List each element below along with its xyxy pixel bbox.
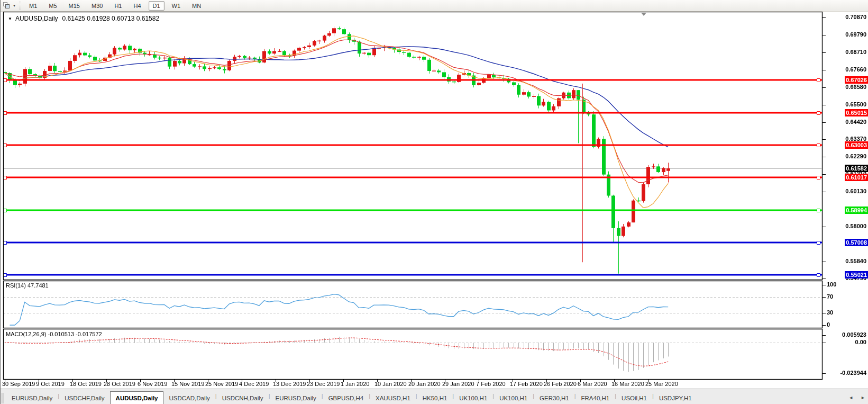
timeframe-button-h1[interactable]: H1 (110, 1, 126, 11)
chart-tab-usdcad-daily[interactable]: USDCAD,Daily (163, 392, 215, 404)
chart-tab-usdchf-daily[interactable]: USDCHF,Daily (59, 392, 109, 404)
chart-tab-eurusd-daily[interactable]: EURUSD,Daily (6, 392, 58, 404)
date-label: 25 Mar 2020 (645, 381, 678, 387)
chart-tab-gbpusd-h4[interactable]: GBPUSD,H4 (323, 392, 369, 404)
chart-tab-uk100-h1[interactable]: UK100,H1 (494, 392, 533, 404)
chart-stage: ▼AUDUSD,Daily0.61425 0.61928 0.60713 0.6… (1, 12, 868, 389)
macd-indicator-label: MACD(12,26,9) -0.010513 -0.017572 (6, 331, 102, 337)
chart-tab-uk100-h1[interactable]: UK100,H1 (454, 392, 492, 404)
timeframe-button-mn[interactable]: MN (188, 1, 205, 11)
date-label: 4 Dec 2019 (239, 381, 269, 387)
timeframe-buttons: M1M5M15M30H1H4D1W1MN (25, 1, 205, 11)
date-label: 30 Sep 2019 (2, 381, 35, 387)
rsi-value: 47.7481 (28, 282, 49, 289)
date-label: 15 Nov 2019 (171, 381, 204, 387)
timeframe-button-m5[interactable]: M5 (44, 1, 61, 11)
date-label: 6 Mar 2020 (578, 381, 607, 387)
date-label: 25 Nov 2019 (205, 381, 238, 387)
chart-tools-icon[interactable] (3, 2, 12, 10)
hline-price-label: 0.61017 (845, 174, 868, 181)
date-label: 1 Jan 2020 (341, 381, 369, 387)
chart-tabs: EURUSD,Daily|USDCHF,DailyAUDUSD,DailyUSD… (6, 389, 697, 404)
chart-tab-usdcnh-daily[interactable]: USDCNH,Daily (217, 392, 269, 404)
date-label: 16 Mar 2020 (611, 381, 644, 387)
macd-scale-label: 0.005923 (825, 331, 866, 338)
hline-price-label: 0.65015 (845, 109, 868, 116)
timeframe-button-m30[interactable]: M30 (87, 1, 107, 11)
date-label: 20 Jan 2020 (408, 381, 441, 387)
current-price-label: 0.61582 (845, 165, 868, 172)
chart-tab-usdjpy-h1[interactable]: USDJPY,H1 (654, 392, 697, 404)
timeframe-toolbar: ▾ M1M5M15M30H1H4D1W1MN (1, 0, 868, 12)
tab-scroll-right-icon[interactable]: ► (861, 395, 865, 400)
chart-tab-ger30-h1[interactable]: GER30,H1 (534, 392, 574, 404)
chart-symbol: AUDUSD,Daily (15, 15, 58, 22)
date-label: 17 Feb 2020 (510, 381, 543, 387)
timeframe-button-w1[interactable]: W1 (168, 1, 185, 11)
tabbar-grip (2, 393, 4, 403)
date-label: 7 Feb 2020 (476, 381, 506, 387)
timeframe-button-d1[interactable]: D1 (149, 1, 165, 11)
macd-scale-label: 0.00 (825, 339, 866, 345)
tab-scroll-buttons: ◄ ► (848, 395, 865, 400)
macd-axis: 0.0059230.00-0.023944 (825, 12, 867, 389)
price-chart-canvas[interactable] (1, 12, 868, 389)
hline-price-label: 0.55021 (845, 271, 868, 279)
chart-tab-bar: EURUSD,Daily|USDCHF,DailyAUDUSD,DailyUSD… (1, 389, 868, 404)
hline-price-label: 0.67026 (845, 76, 868, 84)
date-label: 13 Dec 2019 (273, 381, 306, 387)
date-label: 10 Jan 2020 (374, 381, 407, 387)
chart-tab-audusd-daily[interactable]: AUDUSD,Daily (110, 391, 164, 404)
macd-name: MACD(12,26,9) (6, 331, 46, 337)
hline-price-label: 0.63003 (845, 141, 868, 149)
collapse-triangle-icon[interactable]: ▼ (8, 16, 12, 21)
timeframe-button-h4[interactable]: H4 (129, 1, 145, 11)
date-label: 26 Feb 2020 (544, 381, 577, 387)
hline-price-label: 0.58994 (845, 207, 868, 214)
date-label: 9 Oct 2019 (36, 381, 65, 387)
date-label: 23 Dec 2019 (307, 381, 340, 387)
chevron-down-icon[interactable]: ▾ (13, 3, 15, 8)
chart-ohlc: 0.61425 0.61928 0.60713 0.61582 (62, 15, 160, 22)
date-label: 28 Oct 2019 (104, 381, 135, 387)
date-label: 6 Nov 2019 (138, 381, 167, 387)
chart-tab-usoil-h1[interactable]: USOil,H1 (616, 392, 652, 404)
date-label: 18 Oct 2019 (70, 381, 102, 387)
macd-values: -0.010513 -0.017572 (48, 331, 102, 337)
rsi-name: RSI(14) (6, 282, 26, 289)
chart-tab-hk50-h1[interactable]: HK50,H1 (417, 392, 453, 404)
hline-price-label: 0.57008 (845, 239, 868, 246)
date-axis[interactable]: 30 Sep 20199 Oct 201918 Oct 201928 Oct 2… (1, 380, 824, 389)
chart-title: ▼AUDUSD,Daily0.61425 0.61928 0.60713 0.6… (8, 15, 159, 22)
macd-scale-label: -0.023944 (825, 370, 866, 376)
timeframe-button-m15[interactable]: M15 (65, 1, 84, 11)
timeframe-button-m1[interactable]: M1 (25, 1, 41, 11)
chart-tab-xauusd-h1[interactable]: XAUUSD,H1 (370, 392, 416, 404)
chart-tab-eurusd-daily[interactable]: EURUSD,Daily (270, 392, 321, 404)
toolbar-grip (20, 2, 21, 10)
tab-scroll-left-icon[interactable]: ◄ (848, 395, 853, 400)
date-label: 29 Jan 2020 (442, 381, 474, 387)
chart-tab-fra40-h1[interactable]: FRA40,H1 (576, 392, 615, 404)
rsi-indicator-label: RSI(14) 47.7481 (6, 282, 49, 289)
mt4-window: ▾ M1M5M15M30H1H4D1W1MN ▼AUDUSD,Daily0.61… (0, 0, 868, 404)
